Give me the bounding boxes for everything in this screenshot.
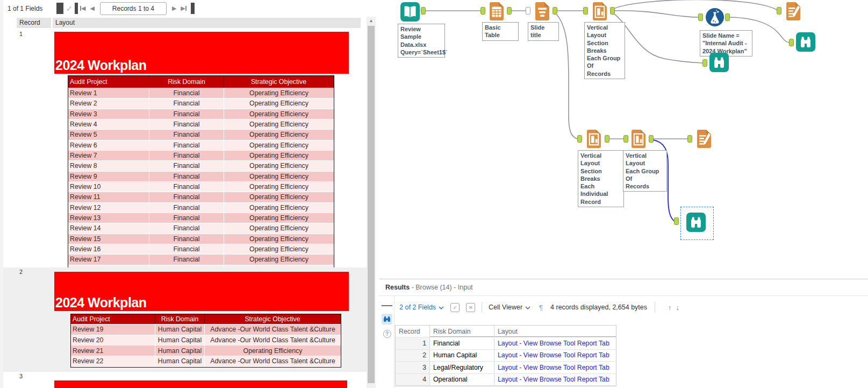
tool-render-top[interactable] <box>784 2 803 21</box>
report-table-row: Review 11FinancialOperating Efficiency <box>68 192 334 202</box>
connection-anchor[interactable] <box>698 13 703 21</box>
connection-anchor[interactable] <box>777 7 781 15</box>
chevron-down-icon[interactable] <box>439 306 444 309</box>
column-header-layout[interactable]: Layout <box>53 18 361 28</box>
fields-dropdown[interactable]: 2 of 2 Fields <box>399 304 436 311</box>
report-table-cell: Financial <box>149 244 224 254</box>
layout-report-link[interactable]: Layout - View Browse Tool Report Tab <box>494 350 616 362</box>
browse-report-panel: 1 of 1 Fields ✓ ◀ ◀ Records 1 to 4 ▶ ▶ R… <box>0 0 375 388</box>
binoculars-icon <box>383 315 391 323</box>
connection-anchor[interactable] <box>674 217 679 225</box>
tool-render-bottom[interactable] <box>694 129 714 149</box>
connection-anchor[interactable] <box>605 135 609 143</box>
tool-basic-table[interactable] <box>487 2 506 21</box>
report-table-row: Review 9FinancialOperating Efficiency <box>68 172 334 182</box>
report-table-cell: Financial <box>149 203 224 213</box>
tool-browse-selected[interactable] <box>686 213 706 232</box>
connection-anchor[interactable] <box>421 7 426 15</box>
record-section: 22024 WorkplanAudit ProjectRisk DomainSt… <box>3 267 367 372</box>
vertical-scrollbar[interactable]: ▲ <box>367 17 376 388</box>
connection-anchor[interactable] <box>725 13 730 21</box>
tool-annotation[interactable]: Slide title <box>528 22 559 41</box>
scroll-up-down-icons[interactable]: ↑↓ <box>668 304 684 312</box>
results-cell: 2 <box>396 350 430 362</box>
report-table: Audit ProjectRisk DomainStrategic Object… <box>70 314 341 368</box>
splitter-handle[interactable] <box>191 3 195 14</box>
results-column-header[interactable]: Layout <box>494 326 616 337</box>
results-column-header[interactable]: Record <box>396 326 430 337</box>
tool-browse-top[interactable] <box>796 32 815 52</box>
table-report-icon <box>487 2 506 21</box>
splitter-handle[interactable] <box>56 3 63 14</box>
report-table-cell: Review 1 <box>68 88 149 98</box>
report-table: Audit ProjectRisk DomainStrategic Object… <box>68 75 334 276</box>
whitespace-toggle-icon[interactable]: ¶ <box>539 304 543 312</box>
connection-anchor[interactable] <box>702 59 707 67</box>
results-row: 4OperationalLayout - View Browse Tool Re… <box>396 374 616 386</box>
connection-anchor[interactable] <box>623 135 628 143</box>
tool-annotation[interactable]: Vertical Layout Each Group Of Records <box>623 150 667 192</box>
report-table-cell: Operating Efficiency <box>205 345 341 356</box>
tool-vertical-layout-group-bottom[interactable] <box>629 129 648 149</box>
results-column-header[interactable]: Risk Domain <box>430 326 494 337</box>
connection-anchor[interactable] <box>577 135 582 143</box>
results-cell: Human Capital <box>430 350 494 362</box>
report-table-row: Review 21Human CapitalOperating Efficien… <box>71 345 341 356</box>
tool-vertical-layout-individual[interactable] <box>584 129 604 149</box>
cell-viewer-dropdown[interactable]: Cell Viewer <box>489 304 522 311</box>
layout-report-link[interactable]: Layout - View Browse Tool Report Tab <box>494 362 616 373</box>
connection-anchor[interactable] <box>526 7 530 15</box>
connection-anchor[interactable] <box>649 135 654 143</box>
connection-anchor[interactable] <box>789 39 794 46</box>
report-table-row: Review 4FinancialOperating Efficiency <box>68 119 334 130</box>
connection-anchor[interactable] <box>507 7 512 15</box>
tool-slide-title[interactable] <box>533 2 552 21</box>
connection-anchor[interactable] <box>687 135 692 143</box>
connection-anchor[interactable] <box>553 7 557 15</box>
first-record-button[interactable]: ◀ <box>78 2 88 15</box>
select-all-checkbox-icon[interactable]: ✓ <box>450 303 460 312</box>
book-icon <box>400 2 420 22</box>
deselect-all-icon[interactable]: ✕ <box>466 303 475 312</box>
tool-annotation[interactable]: Vertical Layout Section Breaks Each Grou… <box>584 22 625 79</box>
scrollbar-thumb[interactable] <box>368 26 375 383</box>
connection-anchor[interactable] <box>583 7 588 15</box>
workflow-canvas[interactable]: Review Sample Data.xlsx Query=`Sheet1$`B… <box>379 0 868 279</box>
browse-view-icon[interactable] <box>382 314 392 324</box>
scroll-up-arrow-icon[interactable]: ▲ <box>367 17 376 25</box>
tool-browse-mid[interactable] <box>709 53 729 72</box>
tool-annotation[interactable]: Basic Table <box>482 22 519 41</box>
report-table-cell: Review 19 <box>71 324 155 335</box>
chevron-down-icon[interactable] <box>525 306 530 309</box>
report-table-cell: Review 22 <box>71 356 155 366</box>
tool-annotation[interactable]: Vertical Layout Section Breaks Each Indi… <box>578 150 624 207</box>
last-record-button[interactable]: ▶ <box>178 2 188 15</box>
binoculars-icon <box>709 53 729 72</box>
connection-anchor[interactable] <box>610 7 615 15</box>
metadata-list-icon[interactable] <box>382 300 392 311</box>
layout-icon <box>629 129 648 149</box>
report-table-row: Review 19Human CapitalAdvance -Our World… <box>71 324 341 335</box>
report-text-icon <box>533 2 552 21</box>
alteryx-designer-window: 1 of 1 Fields ✓ ◀ ◀ Records 1 to 4 ▶ ▶ R… <box>0 0 868 388</box>
layout-report-link[interactable]: Layout - View Browse Tool Report Tab <box>494 337 616 349</box>
next-record-button[interactable]: ▶ <box>170 2 178 15</box>
column-header-record[interactable]: Record <box>17 18 51 28</box>
connection-anchor[interactable] <box>480 7 485 15</box>
report-table-cell: Financial <box>149 182 224 192</box>
results-cell: 4 <box>396 374 430 386</box>
report-table-cell: Operating Efficiency <box>224 213 334 223</box>
layout-report-link[interactable]: Layout - View Browse Tool Report Tab <box>494 374 616 386</box>
previous-record-button[interactable]: ◀ <box>88 2 96 15</box>
results-cell: 1 <box>396 337 430 349</box>
tool-input-data[interactable] <box>400 2 420 22</box>
records-range-box[interactable]: Records 1 to 4 <box>100 2 167 15</box>
report-title-banner: 2024 Workplan <box>54 32 349 74</box>
tool-vertical-layout-group-top[interactable] <box>590 2 609 21</box>
tool-annotation[interactable]: Review Sample Data.xlsx Query=`Sheet1$` <box>398 24 445 58</box>
help-icon[interactable]: ? <box>382 328 392 339</box>
report-table-row: Review 8FinancialOperating Efficiency <box>68 161 334 171</box>
tool-formula[interactable] <box>705 8 724 27</box>
results-panel: Results - Browse (14) - Input ? 2 of 2 F… <box>379 279 868 388</box>
report-table-cell: Review 10 <box>68 182 149 192</box>
